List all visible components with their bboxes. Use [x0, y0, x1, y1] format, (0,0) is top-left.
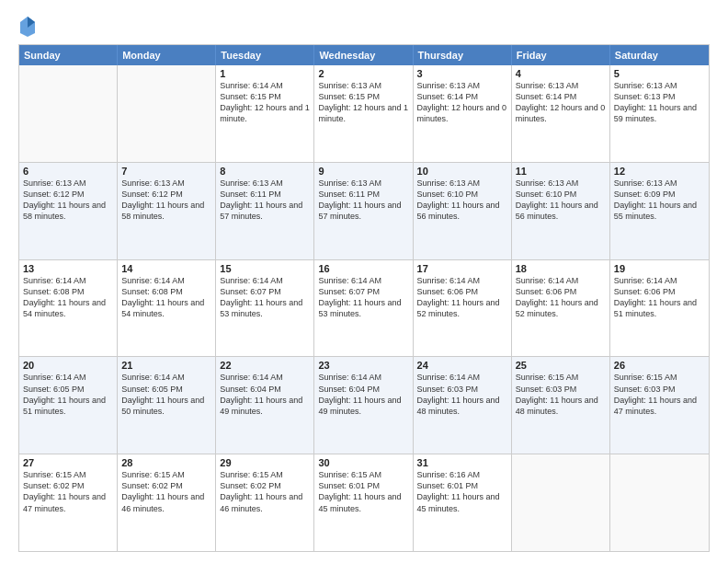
day-number: 7 [121, 166, 211, 177]
cal-cell-4-2: 21Sunrise: 6:14 AM Sunset: 6:05 PM Dayli… [118, 357, 216, 454]
day-number: 1 [220, 68, 310, 79]
cal-cell-3-4: 16Sunrise: 6:14 AM Sunset: 6:07 PM Dayli… [314, 260, 413, 357]
day-number: 24 [417, 360, 507, 371]
cal-cell-3-6: 18Sunrise: 6:14 AM Sunset: 6:06 PM Dayli… [512, 260, 610, 357]
cal-cell-1-1 [19, 65, 118, 162]
cell-info: Sunrise: 6:13 AM Sunset: 6:13 PM Dayligh… [614, 80, 705, 125]
day-number: 25 [516, 360, 606, 371]
day-number: 9 [318, 166, 408, 177]
cal-cell-3-3: 15Sunrise: 6:14 AM Sunset: 6:07 PM Dayli… [216, 260, 314, 357]
cell-info: Sunrise: 6:14 AM Sunset: 6:07 PM Dayligh… [318, 275, 408, 320]
page: SundayMondayTuesdayWednesdayThursdayFrid… [0, 0, 728, 563]
day-number: 16 [318, 263, 408, 274]
cal-cell-2-4: 9Sunrise: 6:13 AM Sunset: 6:11 PM Daylig… [314, 163, 413, 259]
cell-info: Sunrise: 6:14 AM Sunset: 6:06 PM Dayligh… [516, 275, 606, 320]
calendar-row-4: 20Sunrise: 6:14 AM Sunset: 6:05 PM Dayli… [19, 356, 709, 454]
cell-info: Sunrise: 6:14 AM Sunset: 6:04 PM Dayligh… [318, 372, 408, 417]
cell-info: Sunrise: 6:13 AM Sunset: 6:14 PM Dayligh… [417, 80, 507, 125]
cal-cell-1-6: 4Sunrise: 6:13 AM Sunset: 6:14 PM Daylig… [512, 65, 610, 162]
cal-cell-5-2: 28Sunrise: 6:15 AM Sunset: 6:02 PM Dayli… [118, 454, 216, 551]
cell-info: Sunrise: 6:13 AM Sunset: 6:10 PM Dayligh… [417, 178, 507, 223]
header-day-friday: Friday [512, 45, 610, 65]
cell-info: Sunrise: 6:14 AM Sunset: 6:08 PM Dayligh… [121, 275, 211, 320]
cell-info: Sunrise: 6:15 AM Sunset: 6:01 PM Dayligh… [318, 469, 408, 514]
logo-icon [18, 15, 37, 37]
day-number: 13 [23, 263, 113, 274]
calendar-row-1: 1Sunrise: 6:14 AM Sunset: 6:15 PM Daylig… [19, 65, 709, 162]
cal-cell-4-7: 26Sunrise: 6:15 AM Sunset: 6:03 PM Dayli… [610, 357, 709, 454]
cell-info: Sunrise: 6:14 AM Sunset: 6:06 PM Dayligh… [614, 275, 705, 320]
cal-cell-3-2: 14Sunrise: 6:14 AM Sunset: 6:08 PM Dayli… [118, 260, 216, 357]
day-number: 6 [23, 166, 113, 177]
cal-cell-2-6: 11Sunrise: 6:13 AM Sunset: 6:10 PM Dayli… [512, 163, 610, 259]
day-number: 5 [614, 68, 705, 79]
cell-info: Sunrise: 6:14 AM Sunset: 6:05 PM Dayligh… [121, 372, 211, 417]
cell-info: Sunrise: 6:14 AM Sunset: 6:15 PM Dayligh… [220, 80, 310, 125]
calendar: SundayMondayTuesdayWednesdayThursdayFrid… [18, 44, 710, 552]
day-number: 18 [516, 263, 606, 274]
cell-info: Sunrise: 6:14 AM Sunset: 6:04 PM Dayligh… [220, 372, 310, 417]
day-number: 15 [220, 263, 310, 274]
cal-cell-1-2 [118, 65, 216, 162]
header-day-saturday: Saturday [610, 45, 709, 65]
header-day-tuesday: Tuesday [216, 45, 314, 65]
day-number: 2 [318, 68, 408, 79]
cal-cell-3-5: 17Sunrise: 6:14 AM Sunset: 6:06 PM Dayli… [414, 260, 512, 357]
cell-info: Sunrise: 6:15 AM Sunset: 6:03 PM Dayligh… [614, 372, 705, 417]
cell-info: Sunrise: 6:13 AM Sunset: 6:15 PM Dayligh… [318, 80, 408, 125]
cal-cell-5-6 [512, 454, 610, 551]
day-number: 23 [318, 360, 408, 371]
cal-cell-1-4: 2Sunrise: 6:13 AM Sunset: 6:15 PM Daylig… [314, 65, 413, 162]
calendar-row-5: 27Sunrise: 6:15 AM Sunset: 6:02 PM Dayli… [19, 454, 709, 551]
header [18, 15, 710, 37]
day-number: 31 [417, 457, 507, 468]
cal-cell-1-5: 3Sunrise: 6:13 AM Sunset: 6:14 PM Daylig… [414, 65, 512, 162]
header-day-sunday: Sunday [19, 45, 118, 65]
cal-cell-4-6: 25Sunrise: 6:15 AM Sunset: 6:03 PM Dayli… [512, 357, 610, 454]
cell-info: Sunrise: 6:14 AM Sunset: 6:05 PM Dayligh… [23, 372, 113, 417]
cal-cell-2-3: 8Sunrise: 6:13 AM Sunset: 6:11 PM Daylig… [216, 163, 314, 259]
cell-info: Sunrise: 6:15 AM Sunset: 6:02 PM Dayligh… [23, 469, 113, 514]
cal-cell-2-7: 12Sunrise: 6:13 AM Sunset: 6:09 PM Dayli… [610, 163, 709, 259]
day-number: 27 [23, 457, 113, 468]
cell-info: Sunrise: 6:13 AM Sunset: 6:12 PM Dayligh… [121, 178, 211, 223]
day-number: 17 [417, 263, 507, 274]
cal-cell-2-1: 6Sunrise: 6:13 AM Sunset: 6:12 PM Daylig… [19, 163, 118, 259]
cell-info: Sunrise: 6:15 AM Sunset: 6:03 PM Dayligh… [516, 372, 606, 417]
cell-info: Sunrise: 6:14 AM Sunset: 6:03 PM Dayligh… [417, 372, 507, 417]
cal-cell-4-5: 24Sunrise: 6:14 AM Sunset: 6:03 PM Dayli… [414, 357, 512, 454]
cell-info: Sunrise: 6:13 AM Sunset: 6:11 PM Dayligh… [318, 178, 408, 223]
day-number: 4 [516, 68, 606, 79]
cal-cell-3-7: 19Sunrise: 6:14 AM Sunset: 6:06 PM Dayli… [610, 260, 709, 357]
cal-cell-2-2: 7Sunrise: 6:13 AM Sunset: 6:12 PM Daylig… [118, 163, 216, 259]
cell-info: Sunrise: 6:13 AM Sunset: 6:14 PM Dayligh… [516, 80, 606, 125]
cal-cell-5-1: 27Sunrise: 6:15 AM Sunset: 6:02 PM Dayli… [19, 454, 118, 551]
calendar-row-3: 13Sunrise: 6:14 AM Sunset: 6:08 PM Dayli… [19, 259, 709, 357]
cal-cell-5-3: 29Sunrise: 6:15 AM Sunset: 6:02 PM Dayli… [216, 454, 314, 551]
day-number: 26 [614, 360, 705, 371]
cell-info: Sunrise: 6:13 AM Sunset: 6:09 PM Dayligh… [614, 178, 705, 223]
cell-info: Sunrise: 6:13 AM Sunset: 6:12 PM Dayligh… [23, 178, 113, 223]
day-number: 11 [516, 166, 606, 177]
cell-info: Sunrise: 6:14 AM Sunset: 6:06 PM Dayligh… [417, 275, 507, 320]
cell-info: Sunrise: 6:15 AM Sunset: 6:02 PM Dayligh… [220, 469, 310, 514]
cal-cell-2-5: 10Sunrise: 6:13 AM Sunset: 6:10 PM Dayli… [414, 163, 512, 259]
cell-info: Sunrise: 6:16 AM Sunset: 6:01 PM Dayligh… [417, 469, 507, 514]
day-number: 28 [121, 457, 211, 468]
cal-cell-1-7: 5Sunrise: 6:13 AM Sunset: 6:13 PM Daylig… [610, 65, 709, 162]
logo [18, 15, 40, 37]
cal-cell-5-7 [610, 454, 709, 551]
cal-cell-4-4: 23Sunrise: 6:14 AM Sunset: 6:04 PM Dayli… [314, 357, 413, 454]
day-number: 14 [121, 263, 211, 274]
cell-info: Sunrise: 6:15 AM Sunset: 6:02 PM Dayligh… [121, 469, 211, 514]
calendar-body: 1Sunrise: 6:14 AM Sunset: 6:15 PM Daylig… [19, 65, 709, 551]
day-number: 19 [614, 263, 705, 274]
cal-cell-3-1: 13Sunrise: 6:14 AM Sunset: 6:08 PM Dayli… [19, 260, 118, 357]
day-number: 22 [220, 360, 310, 371]
day-number: 30 [318, 457, 408, 468]
header-day-wednesday: Wednesday [314, 45, 413, 65]
day-number: 29 [220, 457, 310, 468]
cell-info: Sunrise: 6:14 AM Sunset: 6:07 PM Dayligh… [220, 275, 310, 320]
day-number: 21 [121, 360, 211, 371]
cell-info: Sunrise: 6:14 AM Sunset: 6:08 PM Dayligh… [23, 275, 113, 320]
